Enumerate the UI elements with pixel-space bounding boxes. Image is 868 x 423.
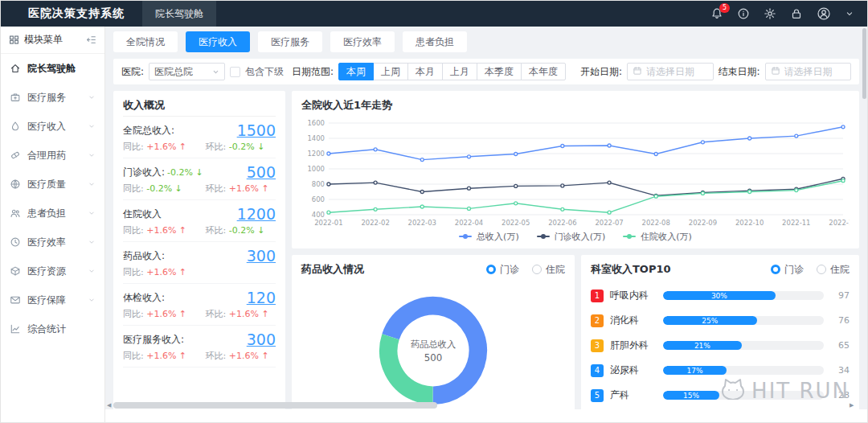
hospital-select[interactable]: 医院总院 <box>149 63 225 80</box>
chevron-down-icon <box>88 93 96 101</box>
rank-badge: 5 <box>591 389 604 402</box>
trend-chart-panel: 全院收入近1年走势 40060080010001200140016002022-… <box>292 91 859 248</box>
hospital-select-value: 医院总院 <box>154 65 193 79</box>
sidebar-item-medical-income[interactable]: 医疗收入 <box>1 112 104 141</box>
income-item-mom-value: +1.6% ↑ <box>229 183 269 194</box>
app-window: 医院决策支持系统 院长驾驶舱 5 <box>0 0 868 423</box>
horizontal-scrollbar[interactable]: ◀ ▶ <box>107 401 856 409</box>
patient-burden-icon <box>10 207 21 219</box>
dept-name: 产科 <box>610 388 657 402</box>
sidebar-item-medical-efficiency[interactable]: 医疗效率 <box>1 228 104 257</box>
scroll-right-icon[interactable]: ▶ <box>850 402 856 409</box>
workspace-tab[interactable]: 院长驾驶舱 <box>142 1 216 27</box>
main-content: 全院情况医疗收入医疗服务医疗效率患者负担 医院: 医院总院 包含下级 日期范围:… <box>105 27 867 423</box>
dept-value: 65 <box>830 340 850 351</box>
dept-radio-inpatient[interactable]: 住院 <box>817 263 850 277</box>
start-date-input[interactable] <box>627 63 713 80</box>
dept-bar-fill: 25% <box>663 316 757 325</box>
sidebar-item-medical-resource[interactable]: 医疗资源 <box>1 257 104 285</box>
include-children-checkbox[interactable] <box>230 67 240 77</box>
income-item-value-link[interactable]: 1500 <box>237 122 276 138</box>
svg-text:600: 600 <box>312 195 325 203</box>
range-last-month[interactable]: 上月 <box>442 63 477 80</box>
date-range-label: 日期范围: <box>292 65 334 79</box>
dept-top10-panel: 科室收入TOP10 门诊住院 1呼吸内科30%972消化科25%763肝胆外科2… <box>581 255 859 423</box>
end-date-field[interactable] <box>784 66 845 77</box>
drug-radio-inpatient[interactable]: 住院 <box>532 263 565 277</box>
tab-patient-burden[interactable]: 患者负担 <box>403 31 467 52</box>
legend-item[interactable]: 住院收入(万) <box>623 231 692 243</box>
radio-icon <box>486 265 496 274</box>
legend-item[interactable]: 总收入(万) <box>459 231 519 243</box>
income-item-label: 全院总收入: <box>123 124 174 138</box>
income-item-yoy-value: +1.6% ↑ <box>146 351 186 361</box>
income-item-physical-exam-income: 体检收入:120同比: +1.6% ↑环比: +1.6% ↑ <box>123 284 276 326</box>
dept-radio-outpatient[interactable]: 门诊 <box>771 263 804 277</box>
range-this-week[interactable]: 本周 <box>338 63 374 80</box>
income-item-mom-value: -0.2% ↓ <box>229 142 265 152</box>
income-item-value-link[interactable]: 300 <box>247 331 276 347</box>
vertical-scrollbar[interactable] <box>862 27 867 409</box>
radio-icon <box>532 265 542 274</box>
start-date-field[interactable] <box>646 66 707 77</box>
sidebar-item-medical-insurance[interactable]: 医疗保障 <box>1 285 104 314</box>
calendar-icon <box>633 66 642 78</box>
income-item-yoy-value: +1.6% ↑ <box>146 309 186 319</box>
collapse-sidebar-icon[interactable] <box>86 35 96 45</box>
module-menu-icon <box>9 35 19 45</box>
tab-medical-service[interactable]: 医疗服务 <box>258 31 322 52</box>
filter-bar: 医院: 医院总院 包含下级 日期范围: 本周上周本月上月本季度本年度 开始日期: <box>113 59 859 84</box>
tab-hospital-overview[interactable]: 全院情况 <box>113 31 178 52</box>
sidebar-item-dashboard[interactable]: 院长驾驶舱 <box>1 54 104 83</box>
income-item-value-link[interactable]: 300 <box>247 248 276 264</box>
end-date-input[interactable] <box>765 63 851 80</box>
sidebar-item-patient-burden[interactable]: 患者负担 <box>1 199 104 228</box>
income-item-label: 药品收入: <box>123 249 165 263</box>
drug-income-radios: 门诊住院 <box>486 263 565 277</box>
svg-text:2022-01: 2022-01 <box>314 219 342 227</box>
dept-value: 76 <box>830 315 850 326</box>
range-last-week[interactable]: 上周 <box>373 63 408 80</box>
end-date-label: 结束日期: <box>719 65 760 79</box>
horizontal-scroll-track[interactable] <box>113 402 850 409</box>
income-item-value-link[interactable]: 120 <box>247 290 276 306</box>
sidebar-item-medical-service[interactable]: 医疗服务 <box>1 83 104 112</box>
income-item-value-link[interactable]: 1200 <box>237 206 276 222</box>
range-this-year[interactable]: 本年度 <box>521 63 566 80</box>
tab-medical-efficiency[interactable]: 医疗效率 <box>330 31 395 52</box>
range-this-month[interactable]: 本月 <box>407 63 443 80</box>
trend-legend: 总收入(万)门诊收入(万)住院收入(万) <box>301 229 850 244</box>
dept-top10-title: 科室收入TOP10 <box>591 262 671 277</box>
legend-item[interactable]: 门诊收入(万) <box>537 231 606 243</box>
bell-icon[interactable]: 5 <box>710 7 723 20</box>
tab-medical-income[interactable]: 医疗收入 <box>186 31 250 52</box>
income-item-label: 医疗服务收入: <box>123 333 184 347</box>
gear-icon[interactable] <box>764 7 776 20</box>
vertical-scroll-thumb[interactable] <box>862 28 866 99</box>
start-date-label: 开始日期: <box>580 65 622 79</box>
notification-badge: 5 <box>719 3 730 13</box>
sidebar-item-medical-quality[interactable]: 医疗质量 <box>1 170 104 199</box>
svg-text:2022-12: 2022-12 <box>829 219 850 227</box>
sidebar-item-label: 患者负担 <box>27 207 66 220</box>
legend-marker-icon <box>537 236 550 237</box>
lock-icon[interactable] <box>790 7 803 20</box>
sidebar-item-label: 院长驾驶舱 <box>27 62 76 76</box>
user-avatar-icon[interactable] <box>817 6 831 21</box>
dept-name: 肝胆外科 <box>610 339 657 352</box>
sidebar-item-comprehensive-statistics[interactable]: 综合统计 <box>1 314 104 343</box>
income-item-drug-income: 药品收入:300同比: +1.6% ↑ <box>123 242 276 284</box>
income-item-value-link[interactable]: 500 <box>247 164 276 180</box>
radio-icon <box>817 265 826 274</box>
chevron-down-icon[interactable] <box>845 9 854 18</box>
topbar-actions: 5 <box>710 6 867 21</box>
horizontal-scroll-thumb[interactable] <box>113 402 437 409</box>
sidebar-item-rational-drug-use[interactable]: 合理用药 <box>1 141 104 170</box>
income-overview-list: 全院总收入:1500同比: +1.6% ↑环比: -0.2% ↓门诊收入:-0.… <box>123 117 276 368</box>
scroll-left-icon[interactable]: ◀ <box>107 402 113 409</box>
hospital-label: 医院: <box>121 65 144 79</box>
range-this-quarter[interactable]: 本季度 <box>477 63 522 80</box>
info-icon[interactable] <box>737 7 750 20</box>
page-tabs: 全院情况医疗收入医疗服务医疗效率患者负担 <box>113 31 859 52</box>
drug-radio-outpatient[interactable]: 门诊 <box>486 263 519 277</box>
